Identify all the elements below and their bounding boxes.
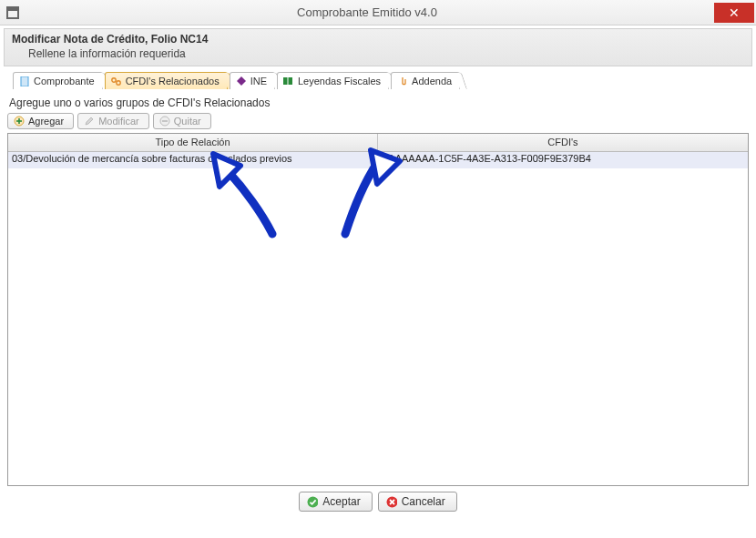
titlebar: Comprobante Emitido v4.0 ✕: [0, 0, 756, 25]
tab-leyendas-fiscales[interactable]: Leyendas Fiscales: [277, 72, 389, 89]
page-subtitle: Rellene la información requerida: [28, 47, 744, 60]
check-icon: [307, 496, 318, 507]
svg-point-4: [117, 80, 120, 84]
tab-label: INE: [250, 76, 267, 86]
tab-label: Comprobante: [34, 76, 95, 86]
button-label: Cancelar: [402, 495, 445, 508]
svg-rect-2: [21, 76, 28, 86]
chain-icon: [111, 76, 122, 86]
window-title: Comprobante Emitido v4.0: [20, 5, 714, 19]
column-tipo-relacion[interactable]: Tipo de Relación: [8, 134, 378, 151]
tab-label: Addenda: [412, 76, 452, 86]
close-icon: ✕: [729, 5, 740, 20]
button-label: Agregar: [28, 116, 64, 127]
tab-strip: Comprobante CFDI's Relacionados INE Leye…: [13, 72, 749, 89]
modify-button: Modificar: [77, 113, 149, 129]
cancel-icon: [386, 496, 397, 507]
add-button[interactable]: Agregar: [7, 113, 74, 129]
plus-icon: [14, 116, 25, 127]
toolbar: Agregar Modificar Quitar: [7, 113, 749, 129]
relations-grid: Tipo de Relación CFDI's 03/Devolución de…: [7, 133, 749, 486]
minus-icon: [159, 116, 170, 127]
close-button[interactable]: ✕: [714, 3, 754, 23]
pencil-icon: [84, 116, 95, 127]
book-icon: [283, 76, 294, 86]
annotation-arrows: [8, 134, 746, 486]
page-header: Modificar Nota de Crédito, Folio NC14 Re…: [4, 28, 752, 66]
grid-header: Tipo de Relación CFDI's: [8, 134, 748, 152]
button-label: Quitar: [174, 116, 201, 127]
remove-button: Quitar: [153, 113, 211, 129]
cell-cfdis: AAAAAAAA-1C5F-4A3E-A313-F009F9E379B4: [378, 152, 748, 168]
tab-ine[interactable]: INE: [230, 72, 275, 89]
button-label: Aceptar: [322, 495, 360, 508]
attach-icon: [397, 76, 408, 86]
svg-marker-5: [237, 76, 246, 86]
page-title: Modificar Nota de Crédito, Folio NC14: [12, 33, 744, 46]
svg-point-15: [308, 496, 319, 507]
button-label: Modificar: [98, 116, 139, 127]
tab-addenda[interactable]: Addenda: [391, 72, 460, 89]
instruction-text: Agregue uno o varios grupos de CFDI's Re…: [9, 96, 747, 109]
tab-comprobante[interactable]: Comprobante: [13, 72, 103, 89]
tab-cfdis-relacionados[interactable]: CFDI's Relacionados: [105, 72, 228, 89]
svg-point-3: [112, 77, 116, 81]
cell-tipo-relacion: 03/Devolución de mercancía sobre factura…: [8, 152, 378, 168]
diamond-icon: [236, 76, 247, 86]
accept-button[interactable]: Aceptar: [299, 492, 372, 512]
tab-label: Leyendas Fiscales: [298, 76, 381, 86]
svg-rect-1: [7, 7, 18, 11]
table-row[interactable]: 03/Devolución de mercancía sobre factura…: [8, 152, 748, 168]
cancel-button[interactable]: Cancelar: [378, 492, 457, 512]
dialog-footer: Aceptar Cancelar: [7, 492, 749, 512]
tab-label: CFDI's Relacionados: [126, 76, 220, 86]
column-cfdis[interactable]: CFDI's: [378, 134, 748, 151]
doc-icon: [19, 76, 30, 86]
app-icon: [5, 5, 20, 20]
